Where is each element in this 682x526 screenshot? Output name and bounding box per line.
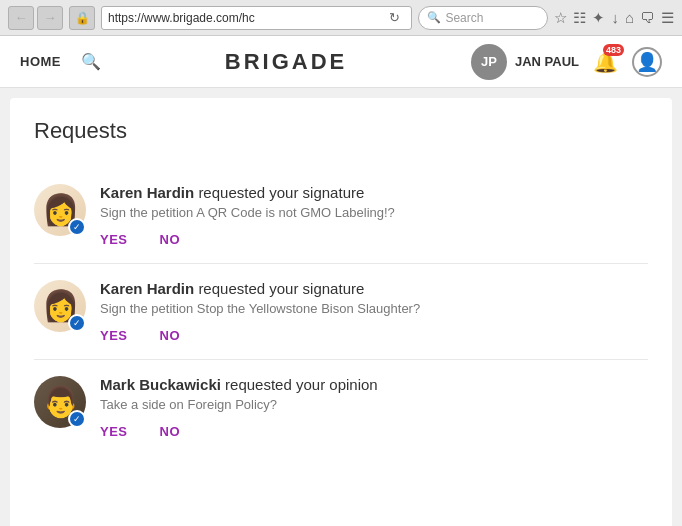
header-right: JP JAN PAUL 🔔 483 👤 bbox=[471, 44, 662, 80]
request-action-1: requested your signature bbox=[198, 184, 364, 201]
request-actions-2: YES NO bbox=[100, 328, 648, 343]
page-title: Requests bbox=[34, 118, 648, 144]
avatar-wrap-1: ✓ bbox=[34, 184, 86, 236]
header-search-icon[interactable]: 🔍 bbox=[81, 52, 101, 71]
requester-name-2: Karen Hardin bbox=[100, 280, 194, 297]
yes-button-1[interactable]: YES bbox=[100, 232, 128, 247]
request-content-2: Karen Hardin requested your signature Si… bbox=[100, 280, 648, 343]
pocket-icon[interactable]: ✦ bbox=[592, 9, 605, 27]
chat-icon[interactable]: 🗨 bbox=[640, 9, 655, 26]
url-text: https://www.brigade.com/hc bbox=[108, 11, 377, 25]
no-button-2[interactable]: NO bbox=[160, 328, 181, 343]
home-icon[interactable]: ⌂ bbox=[625, 9, 634, 26]
request-title-3: Mark Buckawicki requested your opinion bbox=[100, 376, 648, 393]
request-content-3: Mark Buckawicki requested your opinion T… bbox=[100, 376, 648, 439]
user-avatar[interactable]: JP bbox=[471, 44, 507, 80]
back-button[interactable]: ← bbox=[8, 6, 34, 30]
home-link[interactable]: HOME bbox=[20, 54, 61, 69]
requester-name-1: Karen Hardin bbox=[100, 184, 194, 201]
browser-search-bar[interactable]: 🔍 Search bbox=[418, 6, 548, 30]
requester-name-3: Mark Buckawicki bbox=[100, 376, 221, 393]
site-header: HOME 🔍 BRIGADE JP JAN PAUL 🔔 483 👤 bbox=[0, 36, 682, 88]
browser-search-icon: 🔍 bbox=[427, 11, 441, 24]
avatar-wrap-3: ✓ bbox=[34, 376, 86, 428]
request-subtitle-1: Sign the petition A QR Code is not GMO L… bbox=[100, 205, 648, 220]
request-item: ✓ Karen Hardin requested your signature … bbox=[34, 168, 648, 264]
request-subtitle-2: Sign the petition Stop the Yellowstone B… bbox=[100, 301, 648, 316]
notification-bell-wrap[interactable]: 🔔 483 bbox=[593, 50, 618, 74]
browser-search-text: Search bbox=[445, 11, 483, 25]
forward-button[interactable]: → bbox=[37, 6, 63, 30]
reader-icon[interactable]: ☷ bbox=[573, 9, 586, 27]
user-name: JAN PAUL bbox=[515, 54, 579, 69]
request-title-1: Karen Hardin requested your signature bbox=[100, 184, 648, 201]
notification-badge: 483 bbox=[603, 44, 624, 56]
no-button-3[interactable]: NO bbox=[160, 424, 181, 439]
request-item-2: ✓ Karen Hardin requested your signature … bbox=[34, 264, 648, 360]
request-title-2: Karen Hardin requested your signature bbox=[100, 280, 648, 297]
reload-button[interactable]: ↻ bbox=[383, 7, 405, 29]
verified-badge-1: ✓ bbox=[68, 218, 86, 236]
download-icon[interactable]: ↓ bbox=[611, 9, 619, 26]
browser-chrome: ← → 🔒 https://www.brigade.com/hc ↻ 🔍 Sea… bbox=[0, 0, 682, 36]
request-actions-1: YES NO bbox=[100, 232, 648, 247]
main-content: Requests ✓ Karen Hardin requested your s… bbox=[10, 98, 672, 526]
profile-icon[interactable]: 👤 bbox=[632, 47, 662, 77]
security-icon: 🔒 bbox=[69, 6, 95, 30]
request-action-3: requested your opinion bbox=[225, 376, 378, 393]
request-item-3: ✓ Mark Buckawicki requested your opinion… bbox=[34, 360, 648, 455]
user-info: JP JAN PAUL bbox=[471, 44, 579, 80]
request-content-1: Karen Hardin requested your signature Si… bbox=[100, 184, 648, 247]
request-subtitle-3: Take a side on Foreign Policy? bbox=[100, 397, 648, 412]
menu-icon[interactable]: ☰ bbox=[661, 9, 674, 27]
star-icon[interactable]: ☆ bbox=[554, 9, 567, 27]
verified-badge-3: ✓ bbox=[68, 410, 86, 428]
request-action-2: requested your signature bbox=[198, 280, 364, 297]
yes-button-2[interactable]: YES bbox=[100, 328, 128, 343]
site-logo: BRIGADE bbox=[121, 49, 451, 75]
request-actions-3: YES NO bbox=[100, 424, 648, 439]
url-bar[interactable]: https://www.brigade.com/hc ↻ bbox=[101, 6, 412, 30]
avatar-wrap-2: ✓ bbox=[34, 280, 86, 332]
no-button-1[interactable]: NO bbox=[160, 232, 181, 247]
verified-badge-2: ✓ bbox=[68, 314, 86, 332]
yes-button-3[interactable]: YES bbox=[100, 424, 128, 439]
